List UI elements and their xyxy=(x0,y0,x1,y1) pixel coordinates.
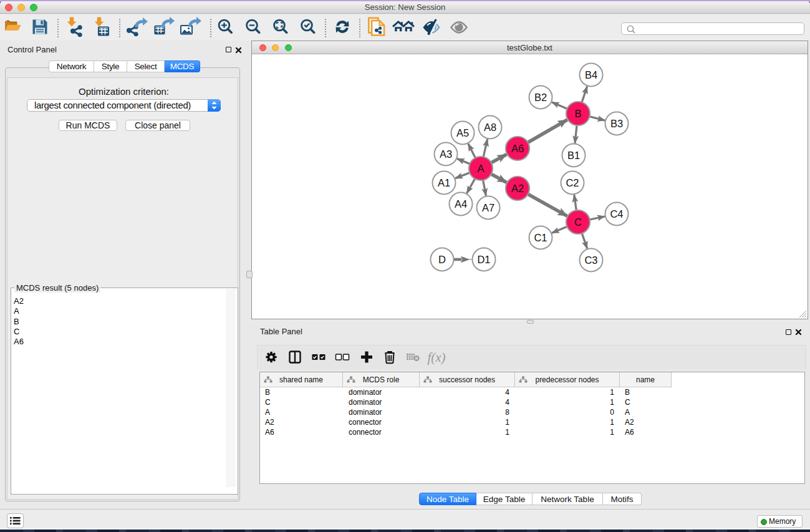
svg-text:C1: C1 xyxy=(534,232,547,243)
svg-text:A4: A4 xyxy=(455,198,467,210)
svg-text:B4: B4 xyxy=(585,69,597,80)
svg-text:C: C xyxy=(574,216,582,228)
svg-text:D: D xyxy=(438,254,446,265)
svg-text:A5: A5 xyxy=(456,127,469,138)
svg-text:A3: A3 xyxy=(440,148,452,160)
svg-text:f(x): f(x) xyxy=(427,350,445,365)
svg-text:A8: A8 xyxy=(484,122,496,133)
svg-text:A7: A7 xyxy=(482,202,494,213)
svg-text:B: B xyxy=(574,108,581,119)
svg-text:B2: B2 xyxy=(534,92,547,103)
svg-text:A1: A1 xyxy=(438,177,450,188)
svg-text:D1: D1 xyxy=(477,254,490,265)
svg-text:A6: A6 xyxy=(511,143,524,154)
svg-text:A: A xyxy=(477,163,484,174)
svg-text:C4: C4 xyxy=(610,208,623,220)
svg-text:B1: B1 xyxy=(567,150,580,161)
svg-text:B3: B3 xyxy=(610,118,623,129)
svg-text:A2: A2 xyxy=(511,183,524,194)
svg-text:C2: C2 xyxy=(566,177,579,188)
svg-text:C3: C3 xyxy=(584,254,597,266)
